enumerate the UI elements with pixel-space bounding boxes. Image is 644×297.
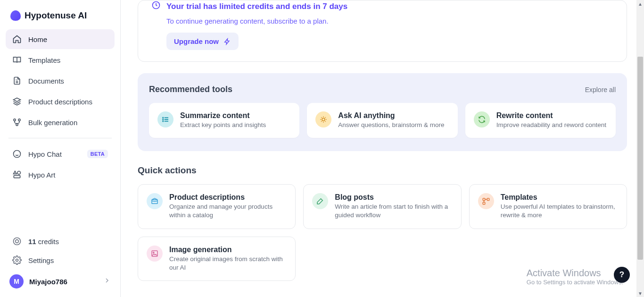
svg-rect-15 xyxy=(483,198,485,201)
sidebar-divider xyxy=(8,138,112,138)
svg-point-10 xyxy=(163,118,164,119)
quick-card-desc: Create original images from scratch with… xyxy=(169,255,287,272)
quick-card-blog-posts[interactable]: Blog posts Write an article from start t… xyxy=(303,184,461,229)
sidebar-item-home[interactable]: Home xyxy=(6,29,115,49)
svg-point-6 xyxy=(14,238,21,245)
file-text-icon xyxy=(12,76,22,85)
list-icon xyxy=(157,111,173,127)
help-button[interactable]: ? xyxy=(614,267,630,283)
svg-point-2 xyxy=(16,124,18,126)
workflow-icon xyxy=(478,193,494,209)
sidebar-item-label: Documents xyxy=(28,77,108,85)
quick-card-title: Product descriptions xyxy=(169,193,287,202)
logo-mark-icon xyxy=(10,10,21,21)
tool-title: Rewrite content xyxy=(496,111,606,120)
brand-name: Hypotenuse AI xyxy=(25,10,87,21)
quick-card-image-generation[interactable]: Image generation Create original images … xyxy=(138,237,296,281)
tool-card-rewrite[interactable]: Rewrite content Improve readability and … xyxy=(465,103,616,138)
sidebar-item-label: Hypo Chat xyxy=(28,150,81,158)
upgrade-label: Upgrade now xyxy=(174,37,219,45)
gear-icon xyxy=(12,255,22,265)
home-icon xyxy=(12,34,22,44)
svg-point-13 xyxy=(322,118,325,121)
sidebar-item-label: Product descriptions xyxy=(28,98,108,106)
tool-card-summarize[interactable]: Summarize content Extract key points and… xyxy=(149,103,299,138)
sidebar-item-settings[interactable]: Settings xyxy=(6,251,115,270)
quick-card-product-descriptions[interactable]: Product descriptions Organize and manage… xyxy=(138,184,296,229)
activate-subtitle: Go to Settings to activate Windows. xyxy=(527,279,623,286)
layers-icon xyxy=(12,97,22,106)
book-open-icon xyxy=(12,55,22,65)
trial-banner: Your trial has limited credits and ends … xyxy=(138,0,627,62)
activate-title: Activate Windows xyxy=(527,268,623,279)
quick-actions-section: Quick actions Product descriptions Organ… xyxy=(138,165,627,281)
tool-desc: Improve readability and reword content xyxy=(496,121,606,129)
vertical-scrollbar[interactable]: ▲ ▼ xyxy=(636,0,644,297)
smile-chat-icon xyxy=(12,149,22,159)
svg-point-7 xyxy=(16,240,19,243)
user-menu[interactable]: M Miyajoo786 xyxy=(6,270,115,290)
scroll-thumb[interactable] xyxy=(637,57,643,260)
sidebar-item-hypo-chat[interactable]: Hypo Chat BETA xyxy=(6,144,115,164)
recommended-title: Recommended tools xyxy=(149,85,232,94)
svg-point-0 xyxy=(14,119,16,121)
quick-card-title: Image generation xyxy=(169,246,287,254)
question-mark-icon: ? xyxy=(619,270,624,280)
svg-rect-16 xyxy=(487,198,489,201)
quick-actions-title: Quick actions xyxy=(138,165,627,176)
pen-icon xyxy=(312,193,328,209)
tool-title: Ask AI anything xyxy=(338,111,444,120)
tool-title: Summarize content xyxy=(180,111,266,120)
svg-point-8 xyxy=(16,259,18,262)
sidebar-item-label: Hypo Art xyxy=(28,171,108,179)
quick-card-desc: Organize and manage your products within… xyxy=(169,203,287,220)
sidebar-item-product-descriptions[interactable]: Product descriptions xyxy=(6,92,115,111)
svg-point-3 xyxy=(14,151,21,158)
svg-point-12 xyxy=(163,121,164,122)
quick-card-title: Templates xyxy=(501,193,618,202)
recommended-panel: Recommended tools Explore all Summarize … xyxy=(138,73,627,151)
scroll-down-arrow-icon[interactable]: ▼ xyxy=(636,289,644,297)
avatar: M xyxy=(9,274,24,289)
quick-card-title: Blog posts xyxy=(335,193,452,202)
trial-title: Your trial has limited credits and ends … xyxy=(166,2,347,11)
user-name: Miyajoo786 xyxy=(29,278,98,286)
upgrade-button[interactable]: Upgrade now xyxy=(166,33,239,50)
sidebar-item-templates[interactable]: Templates xyxy=(6,50,115,70)
clock-icon xyxy=(151,0,161,12)
primary-nav: Home Templates Documents Product descrip… xyxy=(6,29,115,132)
sidebar-item-documents[interactable]: Documents xyxy=(6,71,115,91)
sidebar-item-bulk-generation[interactable]: Bulk generation xyxy=(6,112,115,132)
svg-rect-5 xyxy=(14,176,20,178)
quick-card-desc: Write an article from start to finish wi… xyxy=(335,203,452,220)
sidebar-item-hypo-art[interactable]: Hypo Art xyxy=(6,165,115,185)
git-merge-icon xyxy=(12,118,22,127)
secondary-nav: Hypo Chat BETA Hypo Art xyxy=(6,144,115,185)
scroll-up-arrow-icon[interactable]: ▲ xyxy=(636,0,644,8)
box-icon xyxy=(147,193,163,209)
refresh-icon xyxy=(474,111,490,127)
quick-card-templates[interactable]: Templates Use powerful AI templates to b… xyxy=(469,184,627,229)
credits-text: 11 credits xyxy=(28,238,59,246)
trial-subtitle: To continue generating content, subscrib… xyxy=(166,17,613,25)
bolt-icon xyxy=(223,38,231,45)
credits-row[interactable]: 11 credits xyxy=(6,232,115,251)
sidebar-item-label: Home xyxy=(28,35,108,43)
credits-number: 11 xyxy=(28,238,36,246)
shapes-icon xyxy=(12,170,22,179)
svg-point-1 xyxy=(18,119,20,121)
tool-card-ask-ai[interactable]: Ask AI anything Answer questions, brains… xyxy=(307,103,457,138)
sidebar: Hypotenuse AI Home Templates Documents xyxy=(0,0,121,297)
sidebar-item-label: Templates xyxy=(28,56,108,64)
coin-icon xyxy=(12,237,22,246)
tool-desc: Extract key points and insights xyxy=(180,121,266,129)
brand-logo[interactable]: Hypotenuse AI xyxy=(6,8,115,29)
explore-all-link[interactable]: Explore all xyxy=(585,86,616,93)
tool-desc: Answer questions, brainstorm & more xyxy=(338,121,444,129)
beta-badge: BETA xyxy=(87,150,108,158)
svg-point-4 xyxy=(17,171,21,175)
settings-label: Settings xyxy=(28,256,54,264)
svg-point-19 xyxy=(153,252,154,253)
main-content: Your trial has limited credits and ends … xyxy=(121,0,644,297)
svg-rect-17 xyxy=(483,202,485,204)
